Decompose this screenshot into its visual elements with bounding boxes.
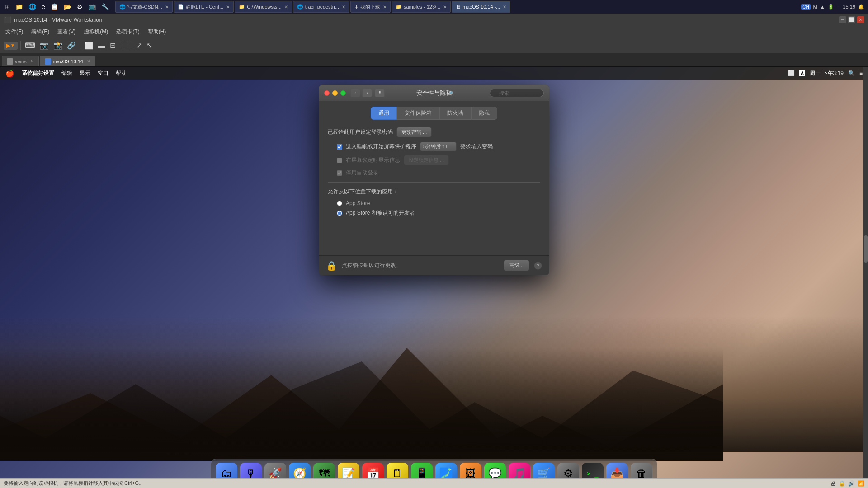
tab-icon: ⬇ [354,4,359,10]
tab-close[interactable]: ✕ [443,5,447,9]
tab-close[interactable]: ✕ [503,5,506,9]
change-password-btn[interactable]: 更改密码.... [396,127,432,137]
tab-close[interactable]: ✕ [226,5,230,9]
allow-apps-label: 允许从以下位置下载的应用： [328,188,540,196]
notification-btn[interactable]: 🔔 [858,4,864,10]
tab-samples[interactable]: 📁 samples - 123/... ✕ [392,1,451,13]
menu-help[interactable]: 帮助 [116,70,127,77]
taskbar-icon-misc2[interactable]: 📂 [62,2,73,11]
menu-edit[interactable]: 编辑(E) [28,27,53,37]
forward-button[interactable]: › [362,89,372,97]
tab-firewall[interactable]: 防火墙 [439,107,471,120]
taskbar-icon-ie[interactable]: e [40,2,47,11]
print-icon[interactable]: 🖨 [830,480,836,487]
minimize-icon[interactable]: ─ [837,4,840,9]
screen-mirror-icon[interactable]: ⬜ [788,70,795,76]
taskbar-icon-misc4[interactable]: 📺 [86,2,98,11]
menu-list-icon[interactable]: ≡ [859,70,863,76]
tab-jingmai[interactable]: 📄 静脉LTE - Cent... ✕ [174,1,234,13]
toolbar-screenshot[interactable]: 📷 [38,40,50,51]
close-button[interactable] [324,90,330,96]
macos-menubar: 🍎 系统偏好设置 编辑 显示 窗口 帮助 ⬜ A 周一 下午3:19 🔍 ≡ [0,67,868,80]
lock-status-icon[interactable]: 🔒 [839,480,845,487]
toolbar-snapshot[interactable]: 📸 [52,40,64,51]
tab-veins[interactable]: veins ✕ [2,56,39,66]
vmware-win-controls: ─ ⬜ ✕ [839,16,864,23]
language-indicator[interactable]: CH [801,4,810,10]
svg-rect-2 [0,348,723,461]
menu-edit[interactable]: 编辑 [61,70,72,77]
taskbar-icon-misc1[interactable]: 📋 [49,2,60,11]
taskbar-icon-explorer[interactable]: 📁 [14,2,25,11]
tab-filevault[interactable]: 文件保险箱 [397,107,439,120]
vmware-restore-btn[interactable]: ⬜ [848,16,855,23]
tab-macos-icon [45,58,51,65]
menu-file[interactable]: 文件(F) [2,27,27,37]
menu-sysprefs[interactable]: 系统偏好设置 [22,70,54,77]
tab-macos[interactable]: 🖥 macOS 10.14 -... ✕ [452,1,510,13]
toolbar-split-both[interactable]: ⊞ [108,40,117,51]
menu-view[interactable]: 查看(V) [54,27,79,37]
vmware-minimize-btn[interactable]: ─ [839,16,846,23]
menu-vm[interactable]: 虚拟机(M) [80,27,112,37]
tab-veins-close[interactable]: ✕ [30,59,34,64]
toolbar-split-horizontal[interactable]: ▬ [97,40,107,51]
lock-text: 点按锁按钮以进行更改。 [342,262,499,269]
tab-download[interactable]: ⬇ 我的下载 ✕ [350,1,391,13]
tab-close[interactable]: ✕ [284,5,288,9]
grid-view-button[interactable]: ⠿ [375,89,385,97]
volume-icon[interactable]: 🔊 [848,480,855,487]
network-icon[interactable]: 📶 [858,480,864,487]
menu-window[interactable]: 窗口 [98,70,108,77]
menu-tabs[interactable]: 选项卡(T) [113,27,143,37]
tab-privacy[interactable]: 隐私 [471,107,497,120]
help-button[interactable]: ? [534,262,542,270]
sleep-checkbox[interactable] [337,144,342,150]
toolbar-fit-guest[interactable]: ⤡ [145,40,154,51]
advanced-btn[interactable]: 高级... [504,260,529,271]
tab-macos-vm[interactable]: macOS 10.14 ✕ [40,56,95,66]
sleep-dropdown[interactable]: 5分钟后 ⬆⬇ [420,142,457,151]
radio-appstore-devs-input[interactable] [337,211,342,216]
screen-message-row: 在屏幕锁定时显示信息 设定锁定信息.... [328,155,540,165]
tab-csdn[interactable]: 🌐 写文章-CSDN... ✕ [115,1,173,13]
apple-menu[interactable]: 🍎 [5,69,14,78]
menu-help[interactable]: 帮助(H) [144,27,170,37]
start-button[interactable]: ⊞ [3,2,12,11]
svg-marker-0 [0,348,723,461]
taskbar-icon-edge[interactable]: 🌐 [27,2,38,11]
tab-label: C:\Windows\s... [247,4,281,9]
taskbar-icon-misc3[interactable]: ⚙ [75,2,85,11]
tab-traci[interactable]: 🌐 traci_pedestri... ✕ [293,1,349,13]
tab-icon: 🖥 [456,4,461,9]
vmware-scrollbar[interactable] [863,67,868,488]
tab-macos-close[interactable]: ✕ [87,59,90,64]
toolbar-fullscreen[interactable]: ⛶ [119,40,129,51]
menu-display[interactable]: 显示 [80,70,90,77]
text-icon: A [799,70,805,76]
tab-close[interactable]: ✕ [342,5,345,9]
taskbar-start[interactable]: ⊞ 📁 🌐 e 📋 📂 ⚙ 📺 🔧 [0,2,113,11]
tab-general[interactable]: 通用 [371,107,397,120]
toolbar-fit-window[interactable]: ⤢ [135,40,143,51]
tab-close[interactable]: ✕ [383,5,387,9]
taskbar-icon-misc5[interactable]: 🔧 [99,2,111,11]
vmware-close-btn[interactable]: ✕ [857,16,864,23]
toolbar-split-vertical[interactable]: ⬜ [83,40,95,51]
search-icon[interactable]: 🔍 [848,70,855,76]
search-box [490,89,544,97]
radio-appstore-input[interactable] [337,201,342,206]
maximize-button[interactable] [340,90,346,96]
lock-icon[interactable]: 🔒 [326,260,337,271]
toolbar-power-btn[interactable]: ▶ ▼ [4,42,18,50]
back-button[interactable]: ‹ [350,89,360,97]
tab-windows[interactable]: 📁 C:\Windows\s... ✕ [235,1,292,13]
toolbar-divider-3 [132,41,132,50]
toolbar-share[interactable]: 🔗 [66,40,77,51]
tab-close[interactable]: ✕ [165,5,169,9]
overflow-btn[interactable]: ▲ [820,4,825,9]
minimize-button[interactable] [332,90,338,96]
search-input[interactable] [490,89,544,97]
toolbar-send-ctrlaltdel[interactable]: ⌨ [24,40,37,51]
scrollbar-thumb[interactable] [864,235,868,263]
